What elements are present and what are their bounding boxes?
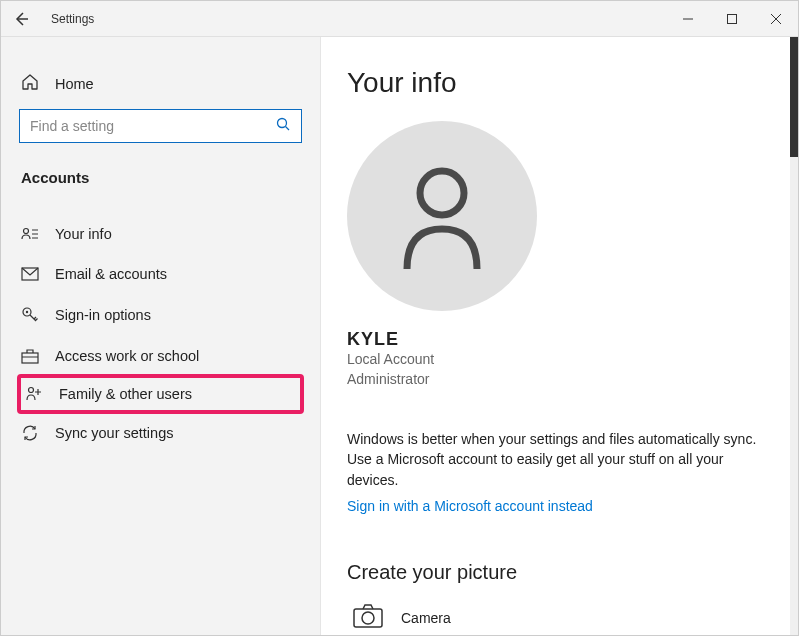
email-icon xyxy=(21,267,39,281)
user-account-type: Local Account xyxy=(347,350,772,370)
key-icon xyxy=(21,306,39,324)
svg-rect-6 xyxy=(22,353,38,363)
section-header: Accounts xyxy=(13,165,308,196)
home-label: Home xyxy=(55,76,94,92)
sidebar-item-label: Access work or school xyxy=(55,348,199,364)
sidebar-item-label: Sign-in options xyxy=(55,307,151,323)
window-title: Settings xyxy=(41,12,666,26)
sidebar-item-label: Email & accounts xyxy=(55,266,167,282)
family-icon xyxy=(25,386,43,402)
sidebar-item-your-info[interactable]: Your info xyxy=(13,214,308,254)
page-title: Your info xyxy=(347,67,772,99)
titlebar: Settings xyxy=(1,1,798,37)
svg-point-10 xyxy=(362,612,374,624)
maximize-button[interactable] xyxy=(710,1,754,37)
main-content: Your info KYLE Local Account Administrat… xyxy=(321,37,798,635)
sidebar-item-signin[interactable]: Sign-in options xyxy=(13,294,308,336)
svg-point-2 xyxy=(24,229,29,234)
user-role: Administrator xyxy=(347,370,772,390)
user-block: KYLE Local Account Administrator xyxy=(347,329,772,389)
camera-label: Camera xyxy=(401,610,451,626)
window-controls xyxy=(666,1,798,37)
sidebar-item-email[interactable]: Email & accounts xyxy=(13,254,308,294)
back-button[interactable] xyxy=(1,1,41,37)
user-name: KYLE xyxy=(347,329,772,350)
sidebar-item-label: Your info xyxy=(55,226,112,242)
home-nav[interactable]: Home xyxy=(13,67,308,109)
close-button[interactable] xyxy=(754,1,798,37)
sidebar-item-label: Family & other users xyxy=(59,386,192,402)
search-input[interactable] xyxy=(30,118,276,134)
scrollbar[interactable] xyxy=(790,37,798,635)
search-icon xyxy=(276,117,291,135)
signin-microsoft-link[interactable]: Sign in with a Microsoft account instead xyxy=(347,498,593,514)
camera-icon xyxy=(353,604,383,632)
sidebar-item-sync[interactable]: Sync your settings xyxy=(13,412,308,454)
svg-rect-0 xyxy=(728,14,737,23)
svg-point-5 xyxy=(26,311,28,313)
sidebar: Home Accounts Your info Email & accounts xyxy=(1,37,321,635)
sidebar-item-label: Sync your settings xyxy=(55,425,173,441)
sidebar-item-family[interactable]: Family & other users xyxy=(17,374,304,414)
your-info-icon xyxy=(21,227,39,241)
camera-option[interactable]: Camera xyxy=(347,604,772,632)
arrow-left-icon xyxy=(13,11,29,27)
minimize-button[interactable] xyxy=(666,1,710,37)
svg-point-8 xyxy=(420,171,464,215)
person-icon xyxy=(392,161,492,271)
briefcase-icon xyxy=(21,348,39,364)
search-box[interactable] xyxy=(19,109,302,143)
info-text-2: Use a Microsoft account to easily get al… xyxy=(347,449,772,490)
svg-point-7 xyxy=(29,388,34,393)
avatar xyxy=(347,121,537,311)
sidebar-item-work-school[interactable]: Access work or school xyxy=(13,336,308,376)
sync-icon xyxy=(21,424,39,442)
create-picture-heading: Create your picture xyxy=(347,561,772,584)
scrollbar-thumb[interactable] xyxy=(790,37,798,157)
info-text-1: Windows is better when your settings and… xyxy=(347,429,772,449)
svg-point-1 xyxy=(278,119,287,128)
home-icon xyxy=(21,73,39,95)
